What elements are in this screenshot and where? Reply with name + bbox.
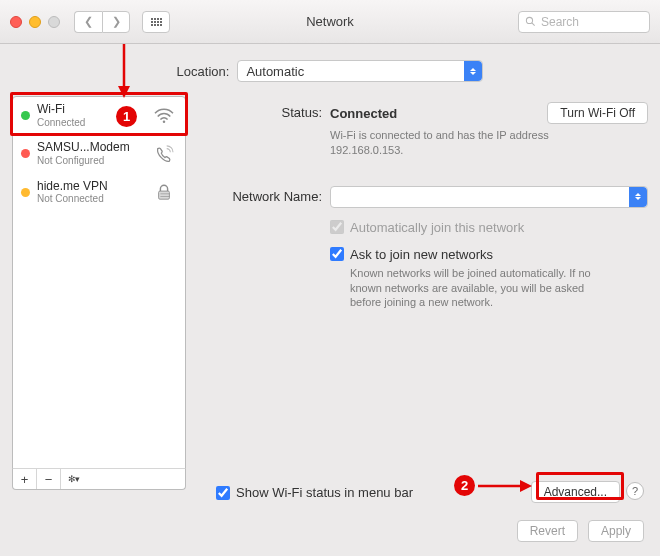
status-label: Status: <box>198 102 330 120</box>
annotation-badge-2: 2 <box>454 475 475 496</box>
auto-join-checkbox[interactable] <box>330 220 344 234</box>
service-item-vpn[interactable]: hide.me VPN Not Connected <box>13 174 185 212</box>
network-name-label: Network Name: <box>198 186 330 204</box>
service-name: SAMSU...Modem <box>37 141 144 155</box>
forward-button[interactable]: ❯ <box>102 11 130 33</box>
bottom-actions: Revert Apply <box>517 520 644 542</box>
status-value: Connected <box>330 106 397 121</box>
service-status: Not Configured <box>37 155 144 167</box>
add-service-button[interactable]: + <box>13 469 37 489</box>
service-status: Connected <box>37 117 144 129</box>
svg-point-2 <box>163 120 166 123</box>
nav-buttons: ❮ ❯ <box>74 11 130 33</box>
help-button[interactable]: ? <box>626 482 644 500</box>
search-icon <box>525 16 536 27</box>
status-dot-green <box>21 111 30 120</box>
status-dot-yellow <box>21 188 30 197</box>
back-button[interactable]: ❮ <box>74 11 102 33</box>
ask-join-help: Known networks will be joined automatica… <box>350 266 610 311</box>
grid-icon <box>151 18 162 26</box>
svg-rect-3 <box>159 191 170 199</box>
svg-point-0 <box>526 17 532 23</box>
auto-join-label: Automatically join this network <box>350 220 524 235</box>
advanced-button[interactable]: Advanced... <box>531 481 620 503</box>
search-field[interactable]: Search <box>518 11 650 33</box>
status-description: Wi-Fi is connected to and has the IP add… <box>330 128 600 158</box>
service-name: Wi-Fi <box>37 103 144 117</box>
location-value: Automatic <box>246 64 304 79</box>
location-row: Location: Automatic <box>0 44 660 96</box>
service-item-modem[interactable]: SAMSU...Modem Not Configured <box>13 135 185 173</box>
ask-join-checkbox[interactable] <box>330 247 344 261</box>
ask-join-label: Ask to join new networks <box>350 247 493 262</box>
status-dot-red <box>21 149 30 158</box>
close-window-button[interactable] <box>10 16 22 28</box>
remove-service-button[interactable]: − <box>37 469 61 489</box>
service-list: Wi-Fi Connected SAMSU...Modem Not Config… <box>12 96 186 470</box>
svg-line-1 <box>532 23 535 26</box>
window-title: Network <box>306 14 354 29</box>
minimize-window-button[interactable] <box>29 16 41 28</box>
revert-button[interactable]: Revert <box>517 520 578 542</box>
show-menubar-label: Show Wi-Fi status in menu bar <box>236 485 413 500</box>
auto-join-checkbox-row: Automatically join this network <box>330 220 648 235</box>
wifi-icon <box>151 105 177 127</box>
chevron-updown-icon <box>629 187 647 207</box>
service-item-wifi[interactable]: Wi-Fi Connected <box>13 97 185 135</box>
service-name: hide.me VPN <box>37 180 144 194</box>
show-menubar-checkbox-row: Show Wi-Fi status in menu bar <box>216 485 413 500</box>
show-menubar-checkbox[interactable] <box>216 486 230 500</box>
show-all-button[interactable] <box>142 11 170 33</box>
ask-join-checkbox-row: Ask to join new networks <box>330 247 648 262</box>
detail-pane: Status: Connected Turn Wi-Fi Off Wi-Fi i… <box>198 96 648 470</box>
network-name-select[interactable] <box>330 186 648 208</box>
zoom-window-button[interactable] <box>48 16 60 28</box>
phone-icon <box>151 143 177 165</box>
location-label: Location: <box>177 64 230 79</box>
service-status: Not Connected <box>37 193 144 205</box>
service-actions-menu[interactable]: ✻▾ <box>61 469 85 489</box>
chevron-updown-icon <box>464 61 482 81</box>
apply-button[interactable]: Apply <box>588 520 644 542</box>
location-select[interactable]: Automatic <box>237 60 483 82</box>
search-placeholder: Search <box>541 15 579 29</box>
service-list-actions: + − ✻▾ <box>12 468 186 490</box>
window-controls <box>10 16 60 28</box>
titlebar: ❮ ❯ Network Search <box>0 0 660 44</box>
lock-icon <box>151 181 177 203</box>
annotation-arrow-2 <box>476 477 536 495</box>
turn-wifi-off-button[interactable]: Turn Wi-Fi Off <box>547 102 648 124</box>
